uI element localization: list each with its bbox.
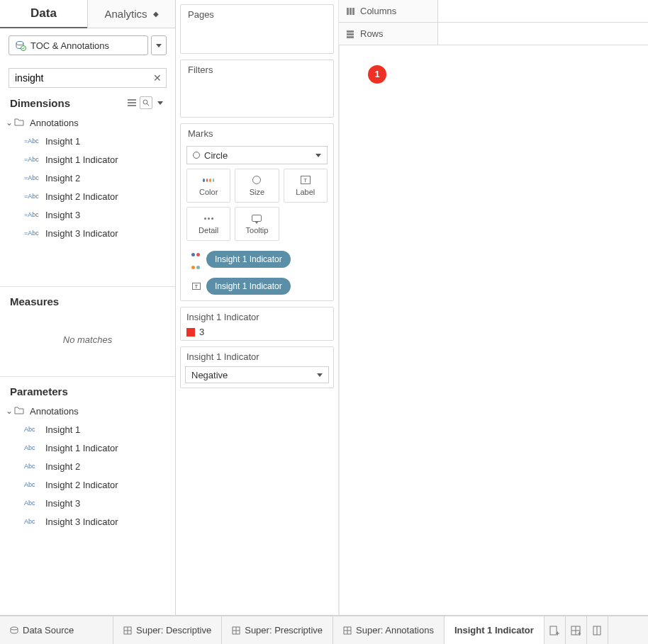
highlighter-dropdown[interactable]: Negative (185, 366, 329, 383)
clear-search-button[interactable]: ✕ (149, 72, 166, 84)
analytics-tab[interactable]: Analytics◆ (87, 0, 175, 28)
dimensions-find-button[interactable] (140, 96, 152, 109)
tab-label: Insight 1 Indicator (454, 625, 534, 635)
parameter-field[interactable]: AbcInsight 2 (0, 457, 175, 475)
label-label: Label (296, 188, 315, 196)
columns-shelf[interactable] (438, 0, 648, 22)
marks-label-button[interactable]: TLabel (284, 169, 328, 203)
dimensions-menu[interactable] (154, 96, 167, 109)
color-legend-card: Insight 1 Indicator 3 (180, 307, 334, 341)
pages-title: Pages (181, 5, 333, 24)
field-type-icon: Abc (24, 426, 40, 433)
new-dashboard-button[interactable] (566, 616, 587, 644)
marks-color-button[interactable]: Color (186, 169, 230, 203)
datasource-selector[interactable]: TOC & Annotations (9, 35, 148, 55)
rows-text: Rows (360, 28, 384, 39)
svg-rect-23 (550, 626, 557, 635)
marks-pill[interactable]: Insight 1 Indicator (206, 251, 291, 268)
datasource-icon (15, 40, 26, 51)
rows-icon (346, 30, 354, 38)
marks-size-button[interactable]: Size (235, 169, 279, 203)
svg-line-6 (147, 103, 149, 106)
detail-icon (202, 213, 215, 223)
label-icon: T (299, 175, 312, 185)
legend-item[interactable]: 3 (181, 324, 333, 340)
parameter-field[interactable]: AbcInsight 3 (0, 494, 175, 512)
pages-card[interactable]: Pages (180, 4, 334, 54)
dimensions-title: Dimensions (10, 97, 70, 109)
mark-type-dropdown[interactable]: Circle (186, 146, 328, 164)
dimensions-folder[interactable]: Annotations (0, 113, 175, 132)
field-type-icon: Abc (24, 463, 40, 470)
parameter-field[interactable]: AbcInsight 1 (0, 420, 175, 439)
tooltip-label: Tooltip (246, 226, 269, 235)
label-mark-icon[interactable]: T (191, 283, 202, 290)
field-type-icon: Abc (24, 481, 40, 488)
parameters-folder[interactable]: Annotations (0, 402, 175, 420)
rows-shelf[interactable] (438, 23, 648, 45)
view-canvas[interactable]: 1 (339, 45, 648, 615)
sheet-tab[interactable]: Super: Prescriptive (222, 616, 333, 644)
dimension-field[interactable]: AbcInsight 3 Indicator (0, 224, 175, 242)
parameters-title: Parameters (10, 385, 68, 397)
data-point[interactable]: 1 (368, 65, 386, 84)
search-input[interactable] (9, 72, 149, 84)
dimension-field[interactable]: AbcInsight 3 (0, 205, 175, 224)
datasource-icon (10, 626, 18, 635)
dimensions-view-toggle[interactable] (125, 96, 138, 109)
parameter-field[interactable]: AbcInsight 2 Indicator (0, 475, 175, 494)
svg-point-0 (16, 42, 23, 45)
new-story-button[interactable] (587, 616, 608, 644)
svg-rect-9 (352, 8, 354, 15)
marks-pill[interactable]: Insight 1 Indicator (206, 278, 291, 295)
field-label: Insight 1 Indicator (45, 443, 118, 453)
columns-icon (346, 7, 354, 16)
parameter-field[interactable]: AbcInsight 1 Indicator (0, 439, 175, 457)
field-label: Insight 2 Indicator (45, 191, 118, 202)
marks-tooltip-button[interactable]: Tooltip (235, 207, 279, 241)
field-type-icon: Abc (24, 137, 40, 145)
chevron-down-icon (315, 154, 321, 157)
columns-shelf-label: Columns (339, 0, 438, 22)
svg-rect-7 (347, 8, 349, 15)
data-tab[interactable]: Data (0, 0, 87, 28)
detail-label: Detail (199, 226, 218, 235)
parameter-field[interactable]: AbcInsight 3 Indicator (0, 512, 175, 531)
dimension-field[interactable]: AbcInsight 2 Indicator (0, 187, 175, 205)
rows-shelf-label: Rows (339, 23, 438, 45)
dimension-field[interactable]: AbcInsight 1 Indicator (0, 150, 175, 169)
dimension-field[interactable]: AbcInsight 2 (0, 169, 175, 187)
chevron-down-icon (317, 373, 323, 377)
analytics-sort-icon: ◆ (153, 10, 159, 18)
size-icon (250, 175, 263, 185)
field-label: Insight 1 (45, 136, 80, 147)
highlighter-value: Negative (191, 370, 228, 380)
folder-label: Annotations (30, 406, 79, 417)
legend-value: 3 (199, 327, 204, 337)
folder-label: Annotations (30, 118, 79, 128)
sheet-tab[interactable]: Super: Descriptive (113, 616, 222, 644)
measures-title: Measures (10, 295, 59, 307)
new-worksheet-button[interactable] (544, 616, 566, 644)
circle-icon (193, 152, 200, 159)
marks-card: Marks Circle Color Size TLabel Detail To… (180, 123, 334, 301)
color-mark-icon[interactable] (191, 247, 202, 272)
folder-icon (14, 118, 26, 128)
field-label: Insight 2 (45, 173, 80, 183)
field-type-icon: Abc (24, 211, 40, 218)
highlighter-card: Insight 1 Indicator Negative (180, 346, 334, 388)
datasource-dropdown[interactable] (151, 35, 167, 55)
size-label: Size (250, 188, 264, 196)
field-label: Insight 2 (45, 461, 80, 472)
marks-detail-button[interactable]: Detail (186, 207, 230, 241)
filters-card[interactable]: Filters (180, 60, 334, 118)
dimension-field[interactable]: AbcInsight 1 (0, 132, 175, 150)
svg-rect-8 (350, 8, 352, 15)
color-icon (202, 175, 215, 185)
sheet-tab[interactable]: Super: Annotations (333, 616, 445, 644)
data-source-tab[interactable]: Data Source (0, 616, 113, 644)
data-point-label: 1 (375, 69, 380, 79)
color-swatch (186, 328, 195, 337)
sheet-tab[interactable]: Insight 1 Indicator (445, 616, 544, 644)
highlighter-title: Insight 1 Indicator (181, 347, 333, 363)
